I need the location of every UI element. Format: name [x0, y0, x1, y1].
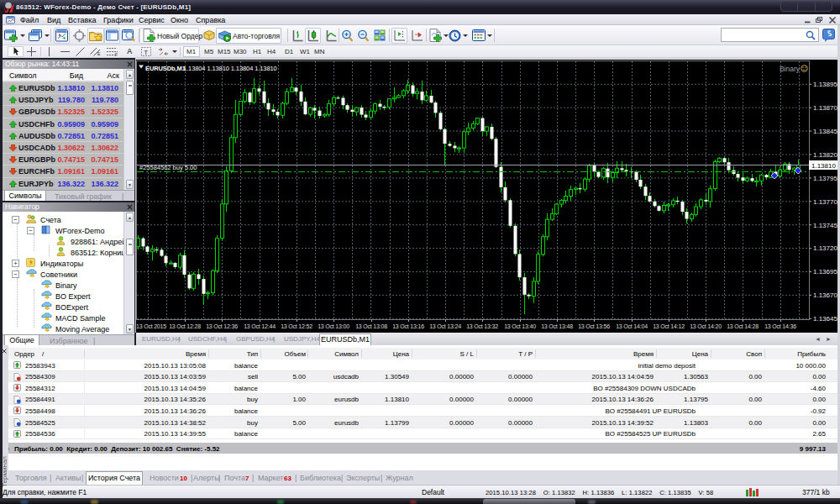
svg-text:Binary: Binary	[780, 65, 801, 73]
svg-text:13 Oct 13:32: 13 Oct 13:32	[466, 323, 498, 329]
svg-text:#25584562 buy 5.00: #25584562 buy 5.00	[139, 164, 197, 171]
svg-text:13 Oct 12:28: 13 Oct 12:28	[169, 323, 201, 329]
svg-text:1.13745: 1.13745	[813, 222, 837, 229]
svg-text:1.13770: 1.13770	[813, 198, 837, 206]
svg-text:13 Oct 14:36: 13 Oct 14:36	[764, 323, 796, 329]
svg-text:T: T	[144, 49, 148, 56]
svg-text:1.13820: 1.13820	[813, 151, 837, 159]
svg-text:1.13645: 1.13645	[813, 315, 837, 323]
svg-text:13 Oct 13:48: 13 Oct 13:48	[541, 323, 573, 329]
svg-text:13 Oct 14:12: 13 Oct 14:12	[653, 323, 685, 329]
svg-text:F: F	[115, 52, 118, 56]
svg-text:13 Oct 13:56: 13 Oct 13:56	[578, 323, 610, 329]
svg-text:13 Oct 13:08: 13 Oct 13:08	[355, 323, 387, 329]
svg-text:E: E	[97, 51, 101, 56]
svg-text:13 Oct 14:20: 13 Oct 14:20	[690, 323, 722, 329]
svg-text:1.13895: 1.13895	[813, 81, 837, 88]
svg-text:13 Oct 13:00: 13 Oct 13:00	[318, 323, 349, 329]
svg-text:EURUSDb,M1: EURUSDb,M1	[145, 65, 186, 72]
svg-text:13 Oct 13:40: 13 Oct 13:40	[504, 323, 536, 329]
svg-text:13 Oct 14:04: 13 Oct 14:04	[616, 323, 648, 329]
svg-text:1.13795: 1.13795	[813, 175, 837, 182]
svg-text:13 Oct 12:52: 13 Oct 12:52	[281, 323, 312, 329]
svg-text:1.13870: 1.13870	[813, 104, 837, 112]
svg-text:1.13845: 1.13845	[813, 128, 837, 135]
svg-text:13 Oct 14:28: 13 Oct 14:28	[727, 323, 759, 329]
svg-text:1.13720: 1.13720	[813, 244, 837, 252]
svg-text:13 Oct 12:44: 13 Oct 12:44	[244, 323, 276, 329]
svg-text:13 Oct 13:16: 13 Oct 13:16	[392, 323, 424, 329]
svg-text:1.13804 1.13810 1.13804 1.1381: 1.13804 1.13810 1.13804 1.13810	[183, 65, 277, 72]
svg-text:1.13670: 1.13670	[813, 291, 837, 299]
svg-text:1.13695: 1.13695	[813, 268, 837, 276]
svg-text:13 Oct 2015: 13 Oct 2015	[136, 323, 166, 329]
svg-text:13 Oct 13:24: 13 Oct 13:24	[429, 323, 461, 329]
svg-text:13 Oct 12:36: 13 Oct 12:36	[206, 323, 238, 329]
svg-text:1.13810: 1.13810	[811, 162, 836, 170]
